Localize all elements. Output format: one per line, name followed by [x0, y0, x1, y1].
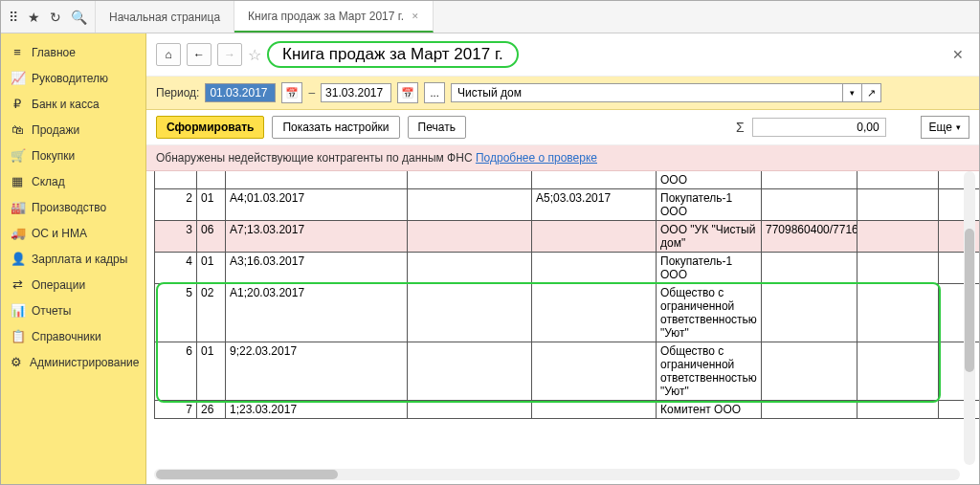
org-input[interactable]: [451, 83, 843, 102]
close-icon[interactable]: ✕: [412, 11, 419, 21]
star-icon[interactable]: ★: [28, 10, 40, 25]
table-row[interactable]: ООО: [155, 171, 980, 189]
show-settings-button[interactable]: Показать настройки: [272, 116, 399, 139]
tab-sales-book[interactable]: Книга продаж за Март 2017 г.✕: [234, 1, 434, 33]
content: ⌂ ← → ☆ Книга продаж за Март 2017 г. ✕ П…: [146, 33, 979, 484]
sales-table[interactable]: ООО201А4;01.03.2017А5;03.03.2017Покупате…: [154, 171, 979, 419]
history-icon[interactable]: ↻: [50, 10, 61, 25]
header-row: ⌂ ← → ☆ Книга продаж за Март 2017 г. ✕: [146, 33, 979, 77]
top-bar: ⠿ ★ ↻ 🔍 Начальная страница Книга продаж …: [1, 1, 979, 33]
warning-bar: Обнаружены недействующие контрагенты по …: [146, 145, 979, 171]
sidebar-item-operations[interactable]: ⇄Операции: [1, 272, 145, 298]
warning-text: Обнаружены недействующие контрагенты по …: [156, 151, 476, 165]
sidebar: ≡Главное 📈Руководителю ₽Банк и касса 🛍Пр…: [1, 33, 146, 484]
sidebar-item-main[interactable]: ≡Главное: [1, 39, 145, 65]
sigma-icon: Σ: [736, 120, 745, 135]
calendar-to-button[interactable]: 📅: [397, 82, 418, 103]
table-row[interactable]: 201А4;01.03.2017А5;03.03.2017Покупатель-…: [155, 189, 980, 221]
calendar-from-button[interactable]: 📅: [281, 82, 302, 103]
vertical-thumb[interactable]: [965, 229, 974, 372]
sidebar-item-bank[interactable]: ₽Банк и касса: [1, 91, 145, 117]
generate-button[interactable]: Сформировать: [156, 116, 264, 139]
page-title: Книга продаж за Март 2017 г.: [267, 41, 519, 68]
horizontal-scrollbar[interactable]: [154, 469, 960, 480]
transfer-icon: ⇄: [11, 277, 24, 292]
sidebar-item-reports[interactable]: 📊Отчеты: [1, 298, 145, 323]
sidebar-item-purchases[interactable]: 🛒Покупки: [1, 143, 145, 168]
vertical-scrollbar[interactable]: [964, 171, 975, 465]
boxes-icon: ▦: [11, 174, 24, 188]
ruble-icon: ₽: [11, 97, 24, 111]
sidebar-item-admin[interactable]: ⚙Администрирование: [1, 349, 145, 375]
sidebar-item-hr[interactable]: 👤Зарплата и кадры: [1, 246, 145, 272]
apps-icon[interactable]: ⠿: [9, 10, 18, 25]
period-bar: Период: 📅 – 📅 ... ▾ ↗: [146, 77, 979, 110]
chevron-down-icon: ▾: [956, 122, 961, 132]
table-row[interactable]: 306А7;13.03.2017ООО "УК "Чистый дом"7709…: [155, 221, 980, 253]
gear-icon: ⚙: [11, 355, 22, 369]
search-icon[interactable]: 🔍: [71, 10, 87, 25]
table-row[interactable]: 502А1;20.03.2017Общество с ограниченной …: [155, 284, 980, 342]
bag-icon: 🛍: [11, 122, 24, 137]
close-button[interactable]: ✕: [947, 47, 969, 62]
table-row[interactable]: 6019;22.03.2017Общество с ограниченной о…: [155, 342, 980, 401]
sidebar-item-assets[interactable]: 🚚ОС и НМА: [1, 220, 145, 246]
open-ref-button[interactable]: ↗: [862, 83, 881, 102]
period-picker-button[interactable]: ...: [424, 82, 445, 103]
sidebar-item-manager[interactable]: 📈Руководителю: [1, 65, 145, 91]
table-area: ООО201А4;01.03.2017А5;03.03.2017Покупате…: [146, 171, 979, 484]
sidebar-item-warehouse[interactable]: ▦Склад: [1, 168, 145, 194]
truck-icon: 🚚: [11, 226, 24, 240]
forward-button: →: [217, 43, 242, 66]
top-icon-group: ⠿ ★ ↻ 🔍: [1, 1, 96, 33]
date-from-input[interactable]: [205, 83, 276, 102]
menu-icon: ≡: [11, 45, 24, 59]
list-icon: 📋: [11, 329, 24, 343]
org-combo: ▾ ↗: [451, 83, 881, 102]
home-button[interactable]: ⌂: [156, 43, 181, 66]
back-button[interactable]: ←: [187, 43, 212, 66]
toolbar: Сформировать Показать настройки Печать Σ…: [146, 110, 979, 145]
horizontal-thumb[interactable]: [156, 470, 338, 479]
sidebar-item-sales[interactable]: 🛍Продажи: [1, 117, 145, 143]
chevron-down-icon[interactable]: ▾: [843, 83, 862, 102]
favorite-icon[interactable]: ☆: [248, 46, 261, 64]
date-to-input[interactable]: [321, 83, 391, 102]
more-button[interactable]: Еще▾: [921, 116, 969, 139]
dash: –: [308, 86, 315, 99]
chart-icon: 📈: [11, 71, 24, 85]
report-icon: 📊: [11, 303, 24, 318]
tab-home[interactable]: Начальная страница: [96, 1, 234, 33]
sum-value: 0,00: [752, 118, 886, 137]
print-button[interactable]: Печать: [408, 116, 466, 139]
table-row[interactable]: 7261;23.03.2017Комитент ООО: [155, 401, 980, 419]
factory-icon: 🏭: [11, 200, 24, 214]
person-icon: 👤: [11, 252, 24, 266]
sidebar-item-production[interactable]: 🏭Производство: [1, 194, 145, 220]
cart-icon: 🛒: [11, 148, 24, 163]
sidebar-item-catalogs[interactable]: 📋Справочники: [1, 323, 145, 349]
period-label: Период:: [156, 86, 199, 99]
table-row[interactable]: 401А3;16.03.2017Покупатель-1 ООО: [155, 253, 980, 284]
warning-link[interactable]: Подробнее о проверке: [476, 151, 597, 165]
